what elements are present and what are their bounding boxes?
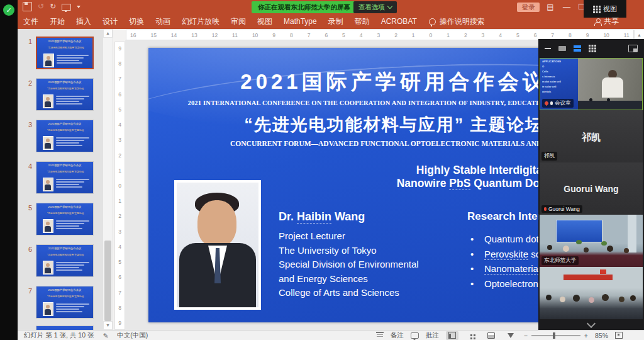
thumb-photo: [43, 94, 53, 108]
slide-thumbnail[interactable]: 3 2021国际产学研用合作会议 “先进光电功能材料与应用”主题论坛: [36, 120, 94, 152]
tab-home[interactable]: 开始: [44, 14, 70, 29]
comments-button[interactable]: 批注: [426, 331, 439, 340]
speaker-video: [578, 59, 643, 110]
photo-face: [197, 200, 236, 247]
speaker-view-icon[interactable]: [558, 46, 566, 51]
proofing-icon[interactable]: ✎: [103, 332, 108, 339]
scrollbar-thumb[interactable]: [104, 241, 111, 321]
scroll-down-icon[interactable]: ▼: [103, 321, 113, 330]
notes-button[interactable]: 备注: [391, 331, 404, 340]
view-options-button[interactable]: 查看选项: [353, 1, 397, 13]
tab-file[interactable]: 文件: [18, 14, 44, 29]
tell-me-search[interactable]: 操作说明搜索: [429, 16, 485, 27]
start-slideshow-icon[interactable]: [62, 4, 71, 11]
grid-view-icon: [593, 6, 595, 8]
video-tile-guorui-wang[interactable]: Guorui Wang Guorui Wang: [540, 162, 643, 215]
audience-room-video: [540, 267, 643, 319]
tab-insert[interactable]: 插入: [70, 14, 97, 29]
thumb-number: 3: [22, 121, 32, 128]
speaker-affiliation: Project Lecturer The University of Tokyo…: [279, 229, 419, 300]
thumbnail-list: 1 2021国际产学研用合作会议 “先进光电功能材料与应用”主题论坛 2 202…: [18, 37, 113, 327]
status-bar: 幻灯片 第 1 张, 共 10 张 ✎ 中文(中国) 备注 批注 − + 85%: [18, 330, 644, 340]
notes-icon[interactable]: [376, 332, 384, 339]
speaker-photo: [174, 180, 261, 310]
tile-label: Guorui Wang: [541, 205, 582, 213]
person-icon: [594, 18, 601, 25]
thumb-number: 4: [22, 162, 32, 170]
thumbnail-slide-8-partial[interactable]: [36, 326, 94, 330]
thumbnail-scrollbar[interactable]: ▲ ▼: [103, 29, 113, 330]
tab-slideshow[interactable]: 幻灯片放映: [176, 14, 225, 29]
slide-thumbnail[interactable]: 6 2021国际产学研用合作会议 “先进光电功能材料与应用”主题论坛: [36, 244, 94, 277]
tab-mathtype[interactable]: MathType: [278, 14, 323, 29]
slide-thumbnail[interactable]: 4 2021国际产学研用合作会议 “先进光电功能材料与应用”主题论坛: [36, 161, 94, 194]
video-tile-qikai[interactable]: 祁凯 祁凯: [540, 110, 643, 162]
fit-to-window-icon[interactable]: [615, 332, 623, 339]
thumb-number: 6: [22, 246, 32, 253]
tab-review[interactable]: 审阅: [225, 14, 252, 29]
video-tile-meeting-room[interactable]: APPLICATIONSOCellss Interestsm dot solar…: [540, 58, 643, 110]
flag: [600, 269, 606, 274]
tab-design[interactable]: 设计: [97, 14, 123, 29]
thumb-photo: [43, 178, 53, 191]
slide-count-status: 幻灯片 第 1 张, 共 10 张: [24, 331, 94, 340]
redo-icon[interactable]: ↻: [50, 3, 56, 11]
minimize-icon[interactable]: —: [560, 0, 574, 14]
participant-name: 祁凯: [540, 132, 643, 144]
slide-thumbnail[interactable]: 5 2021国际产学研用合作会议 “先进光电功能材料与应用”主题论坛: [36, 203, 94, 235]
tile-label: 东北师范大学: [541, 256, 579, 265]
app-check-icon[interactable]: ✓: [3, 4, 14, 16]
slide-thumbnail[interactable]: 1 2021国际产学研用合作会议 “先进光电功能材料与应用”主题论坛: [36, 37, 94, 69]
collapse-icon[interactable]: [545, 48, 551, 49]
projection-screen: [556, 220, 602, 242]
zoom-out-button[interactable]: −: [524, 332, 528, 339]
thumb-photo: [43, 219, 53, 233]
login-button[interactable]: 登录: [517, 3, 540, 12]
gallery-view-icon[interactable]: [589, 45, 591, 47]
slide-thumbnail[interactable]: 2 2021国际产学研用合作会议 “先进光电功能材料与应用”主题论坛: [36, 78, 94, 111]
ribbon-tab-bar: 文件 开始 插入 设计 切换 动画 幻灯片放映 审阅 视图 MathType 录…: [18, 14, 644, 29]
podium: [578, 101, 643, 110]
ruler-vertical: 9876543210123456789: [114, 42, 125, 330]
thumb-photo: [43, 54, 54, 67]
mic-icon: [550, 101, 553, 105]
ribbon-display-options-icon[interactable]: ▤: [543, 0, 557, 14]
tile-label: 会议室: [542, 99, 574, 108]
tell-me-icon: [429, 18, 436, 25]
tab-record[interactable]: 录制: [323, 14, 349, 29]
video-tile-nenu[interactable]: 东北师范大学: [540, 215, 643, 267]
zoom-in-button[interactable]: +: [584, 332, 588, 339]
pin-icon: [544, 101, 549, 106]
zoom-level[interactable]: 85%: [595, 332, 608, 339]
comments-icon[interactable]: [411, 332, 419, 339]
popout-layout-icon[interactable]: [628, 45, 638, 52]
undo-icon[interactable]: ↺: [38, 3, 44, 11]
slide-sorter-button[interactable]: [465, 331, 478, 340]
save-icon[interactable]: [23, 2, 32, 11]
scroll-up-icon[interactable]: ▲: [103, 29, 113, 38]
desktop-edge-strip: ✓: [0, 0, 18, 340]
customize-qat-icon[interactable]: [77, 6, 80, 8]
list-view-icon[interactable]: [574, 45, 581, 48]
screen-watch-banner: 你正在观看东北师范大学的屏幕: [252, 1, 357, 13]
tab-animations[interactable]: 动画: [150, 14, 176, 29]
thumb-number: 5: [22, 204, 32, 212]
meeting-view-button[interactable]: 视图: [584, 0, 626, 18]
slideshow-button[interactable]: [504, 331, 517, 340]
thumb-photo: [43, 302, 53, 316]
slide-thumbnail-panel: 1 2021国际产学研用合作会议 “先进光电功能材料与应用”主题论坛 2 202…: [18, 29, 113, 330]
chevron-down-icon: [587, 319, 596, 327]
zoom-slider[interactable]: [531, 335, 580, 336]
language-status[interactable]: 中文(中国): [117, 331, 148, 340]
tab-acrobat[interactable]: ACROBAT: [375, 14, 423, 29]
panel-collapse-chevron[interactable]: [538, 319, 644, 330]
reading-view-button[interactable]: [485, 331, 497, 340]
normal-view-button[interactable]: [446, 331, 458, 340]
thumb-photo: [43, 136, 53, 150]
tab-transitions[interactable]: 切换: [123, 14, 150, 29]
thumb-photo: [43, 261, 53, 275]
tab-view[interactable]: 视图: [252, 14, 278, 29]
slide-thumbnail[interactable]: 7 2021国际产学研用合作会议 “先进光电功能材料与应用”主题论坛: [36, 286, 94, 319]
tab-help[interactable]: 帮助: [349, 14, 375, 29]
video-tile-audience[interactable]: [540, 267, 643, 319]
